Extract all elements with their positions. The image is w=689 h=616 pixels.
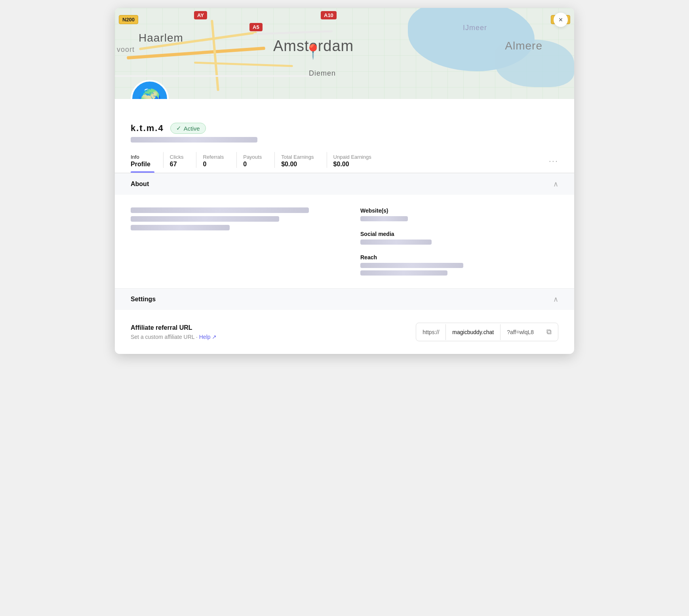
tab-divider-3 [236, 152, 237, 168]
reach-value-1 [360, 263, 463, 268]
websites-block: Website(s) [360, 207, 558, 221]
tab-divider-4 [274, 152, 275, 168]
about-section: About ∧ Website(s) Social media Reach [115, 173, 574, 288]
tab-clicks[interactable]: Clicks 67 [170, 154, 193, 173]
tab-unpaid-earnings-value: $0.00 [333, 161, 349, 168]
tab-divider-2 [196, 152, 196, 168]
affiliate-row: Affiliate referral URL Set a custom affi… [131, 323, 558, 341]
a5-badge: A5 [249, 23, 263, 31]
affiliate-title: Affiliate referral URL [131, 324, 416, 331]
map-area: Haarlem Amsterdam Almere IJmeer Diemen v… [115, 8, 574, 99]
settings-section-content: Affiliate referral URL Set a custom affi… [115, 310, 574, 354]
url-protocol: https:// [416, 324, 446, 340]
ay-badge: AY [194, 11, 207, 19]
tab-total-earnings[interactable]: Total Earnings $0.00 [281, 154, 323, 173]
copy-icon: ⧉ [546, 328, 552, 336]
tab-payouts-value: 0 [243, 161, 247, 168]
voort-label: voort [117, 46, 135, 54]
profile-name: k.t.m.4 [131, 123, 164, 133]
tab-divider-1 [163, 152, 164, 168]
copy-url-button[interactable]: ⧉ [540, 323, 558, 341]
status-badge: ✓ Active [170, 123, 206, 134]
settings-title: Settings [131, 296, 156, 303]
profile-subtitle [131, 137, 558, 143]
tab-info-value: Profile [131, 161, 150, 168]
tab-total-earnings-value: $0.00 [281, 161, 297, 168]
social-block: Social media [360, 231, 558, 245]
about-chevron-icon: ∧ [553, 180, 558, 188]
tab-clicks-label: Clicks [170, 154, 184, 160]
social-label: Social media [360, 231, 558, 237]
affiliate-sub-text: Set a custom affiliate URL [131, 334, 194, 340]
tab-info-profile[interactable]: Info Profile [131, 154, 160, 173]
tab-referrals-label: Referrals [203, 154, 224, 160]
tab-payouts[interactable]: Payouts 0 [243, 154, 271, 173]
tab-unpaid-earnings[interactable]: Unpaid Earnings $0.00 [333, 154, 381, 173]
tab-referrals[interactable]: Referrals 0 [203, 154, 233, 173]
affiliate-sub: Set a custom affiliate URL · Help ↗ [131, 334, 416, 340]
tab-divider-5 [327, 152, 327, 168]
tab-referrals-value: 0 [203, 161, 206, 168]
close-icon: × [559, 16, 563, 24]
a10-badge: A10 [321, 11, 337, 19]
tabs-more-button[interactable]: ··· [549, 156, 558, 173]
tab-clicks-value: 67 [170, 161, 177, 168]
websites-label: Website(s) [360, 207, 558, 214]
about-left [131, 207, 329, 276]
about-title: About [131, 181, 149, 188]
tab-total-earnings-label: Total Earnings [281, 154, 314, 160]
settings-section: Settings ∧ Affiliate referral URL Set a … [115, 288, 574, 354]
reach-block: Reach [360, 254, 558, 276]
status-check-icon: ✓ [176, 125, 181, 132]
map-background: Haarlem Amsterdam Almere IJmeer Diemen v… [115, 8, 574, 99]
diemen-label: Diemen [309, 69, 336, 78]
profile-modal: Haarlem Amsterdam Almere IJmeer Diemen v… [115, 8, 574, 354]
social-value [360, 240, 432, 245]
profile-name-row: k.t.m.4 ✓ Active [131, 123, 558, 134]
tabs-row: Info Profile Clicks 67 Referrals 0 Payou… [115, 152, 574, 173]
affiliate-left: Affiliate referral URL Set a custom affi… [131, 324, 416, 340]
profile-section: k.t.m.4 ✓ Active Info Profile Clicks 67 … [115, 99, 574, 173]
haarlem-label: Haarlem [139, 32, 183, 44]
url-domain: magicbuddy.chat [446, 324, 501, 340]
tab-payouts-label: Payouts [243, 154, 262, 160]
tab-unpaid-earnings-label: Unpaid Earnings [333, 154, 371, 160]
url-param: ?aff=wlqL8 [501, 324, 540, 340]
reach-value-2 [360, 270, 447, 276]
tab-info-label: Info [131, 154, 139, 160]
help-link[interactable]: Help ↗ [199, 334, 217, 340]
about-section-content: Website(s) Social media Reach [115, 195, 574, 288]
almere-label: Almere [505, 40, 542, 52]
about-right: Website(s) Social media Reach [360, 207, 558, 276]
status-label: Active [184, 125, 200, 132]
n200-badge: N200 [119, 15, 138, 24]
settings-section-header[interactable]: Settings ∧ [115, 288, 574, 310]
avatar-icon: 🌍 [138, 88, 162, 99]
url-box: https:// magicbuddy.chat ?aff=wlqL8 ⧉ [416, 323, 558, 341]
reach-label: Reach [360, 254, 558, 260]
websites-value [360, 216, 408, 221]
settings-chevron-icon: ∧ [553, 295, 558, 304]
ijmeer-label: IJmeer [463, 24, 487, 32]
map-pin: 📍 [304, 44, 322, 60]
about-section-header[interactable]: About ∧ [115, 173, 574, 195]
close-button[interactable]: × [554, 13, 568, 27]
